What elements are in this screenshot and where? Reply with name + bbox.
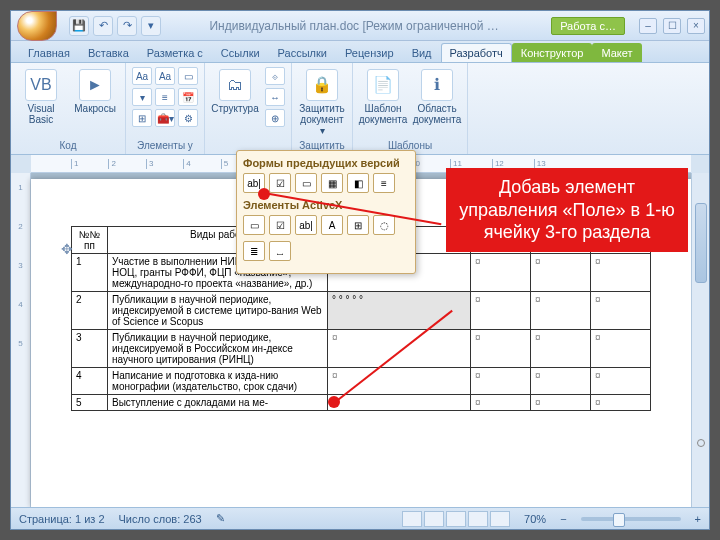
- macros-button[interactable]: ►Макросы: [71, 67, 119, 116]
- legacy-forms-popup: Формы предыдущих версий ab| ☑ ▭ ▦ ◧ ≡ Эл…: [236, 150, 416, 274]
- control-datepicker-icon[interactable]: 📅: [178, 88, 198, 106]
- minimize-button[interactable]: –: [639, 18, 657, 34]
- zoom-level[interactable]: 70%: [524, 513, 546, 525]
- qat-save-button[interactable]: 💾: [69, 16, 89, 36]
- structure-icon: 🗂: [219, 69, 251, 101]
- table-row: 5 Выступление с докладами на ме- ¤¤¤¤: [72, 395, 651, 411]
- activex-checkbox-icon[interactable]: ▭: [243, 215, 265, 235]
- tab-home[interactable]: Главная: [19, 43, 79, 62]
- table-row: 3 Публикации в научной периодике, индекс…: [72, 330, 651, 368]
- group-xml: 🗂Структура ⟐ ↔ ⊕: [205, 63, 292, 154]
- callout-pointer-dot: [328, 396, 340, 408]
- legacy-tools-button[interactable]: 🧰▾: [155, 109, 175, 127]
- schema-icon[interactable]: ⟐: [265, 67, 285, 85]
- status-page[interactable]: Страница: 1 из 2: [19, 513, 105, 525]
- activex-label-icon[interactable]: A: [321, 215, 343, 235]
- col-header-num: №№ пп: [72, 227, 108, 254]
- group-code-label: Код: [59, 139, 76, 152]
- ribbon: VBVisual Basic ►Макросы Код Aa Aa ▭ ▾ ≡ …: [11, 63, 709, 155]
- tab-review[interactable]: Рецензир: [336, 43, 403, 62]
- activex-image-icon[interactable]: ⊞: [347, 215, 369, 235]
- group-controls-label: Элементы у: [137, 139, 193, 152]
- template-icon: 📄: [367, 69, 399, 101]
- title-bar: 💾 ↶ ↷ ▾ Индивидуальный план.doc [Режим о…: [11, 11, 709, 41]
- macros-icon: ►: [79, 69, 111, 101]
- view-draft-button[interactable]: [490, 511, 510, 527]
- status-proofing-icon[interactable]: ✎: [216, 512, 225, 525]
- quick-access-toolbar: 💾 ↶ ↷ ▾: [69, 16, 161, 36]
- maximize-button[interactable]: ☐: [663, 18, 681, 34]
- group-code: VBVisual Basic ►Макросы Код: [11, 63, 126, 154]
- structure-button[interactable]: 🗂Структура: [211, 67, 259, 116]
- context-tab-pill: Работа с…: [551, 17, 625, 35]
- view-buttons: [402, 511, 510, 527]
- control-combobox-icon[interactable]: ▾: [132, 88, 152, 106]
- tab-table-design[interactable]: Конструктор: [512, 43, 593, 62]
- window-title: Индивидуальный план.doc [Режим ограничен…: [167, 19, 541, 33]
- status-word-count[interactable]: Число слов: 263: [119, 513, 202, 525]
- document-template-button[interactable]: 📄Шаблон документа: [359, 67, 407, 127]
- vertical-scrollbar[interactable]: [691, 173, 709, 507]
- control-plaintext-icon[interactable]: Aa: [155, 67, 175, 85]
- vertical-ruler[interactable]: 12345: [11, 173, 31, 507]
- status-bar: Страница: 1 из 2 Число слов: 263 ✎ 70% −…: [11, 507, 709, 529]
- qat-customize-button[interactable]: ▾: [141, 16, 161, 36]
- legacy-shading-icon[interactable]: ◧: [347, 173, 369, 193]
- legacy-frame-icon[interactable]: ▦: [321, 173, 343, 193]
- office-button[interactable]: [17, 11, 57, 41]
- document-panel-button[interactable]: ℹОбласть документа: [413, 67, 461, 127]
- zoom-out-button[interactable]: −: [560, 513, 566, 525]
- tab-references[interactable]: Ссылки: [212, 43, 269, 62]
- panel-icon: ℹ: [421, 69, 453, 101]
- group-protect: 🔒Защитить документ ▾ Защитить: [292, 63, 353, 154]
- zoom-slider[interactable]: [581, 517, 681, 521]
- qat-redo-button[interactable]: ↷: [117, 16, 137, 36]
- visual-basic-icon: VB: [25, 69, 57, 101]
- table-row: 2 Публикации в научной периодике, индекс…: [72, 292, 651, 330]
- expansion-icon[interactable]: ⊕: [265, 109, 285, 127]
- qat-undo-button[interactable]: ↶: [93, 16, 113, 36]
- tab-view[interactable]: Вид: [403, 43, 441, 62]
- activex-command-icon[interactable]: ab|: [295, 215, 317, 235]
- legacy-checkbox-icon[interactable]: ☑: [269, 173, 291, 193]
- legacy-forms-title: Формы предыдущих версий: [243, 157, 409, 169]
- scrollbar-thumb[interactable]: [695, 203, 707, 283]
- view-print-layout-button[interactable]: [402, 511, 422, 527]
- tab-table-layout[interactable]: Макет: [592, 43, 641, 62]
- activex-combo-icon[interactable]: ≣: [243, 241, 265, 261]
- control-richtext-icon[interactable]: Aa: [132, 67, 152, 85]
- activex-textbox-icon[interactable]: ☑: [269, 215, 291, 235]
- instruction-callout: Добавь элемент управления «Поле» в 1-ю я…: [446, 168, 688, 252]
- browse-object-icon[interactable]: [697, 439, 705, 447]
- tab-page-layout[interactable]: Разметка с: [138, 43, 212, 62]
- group-templates: 📄Шаблон документа ℹОбласть документа Шаб…: [353, 63, 468, 154]
- legacy-dropdown-icon[interactable]: ▭: [295, 173, 317, 193]
- control-group-icon[interactable]: ⊞: [132, 109, 152, 127]
- view-outline-button[interactable]: [468, 511, 488, 527]
- controls-grid: Aa Aa ▭ ▾ ≡ 📅 ⊞ 🧰▾ ⚙: [132, 67, 198, 127]
- transform-icon[interactable]: ↔: [265, 88, 285, 106]
- zoom-in-button[interactable]: +: [695, 513, 701, 525]
- callout-pointer-dot: [258, 188, 270, 200]
- tab-mailings[interactable]: Рассылки: [269, 43, 336, 62]
- lock-icon: 🔒: [306, 69, 338, 101]
- view-fullscreen-button[interactable]: [424, 511, 444, 527]
- control-properties-icon[interactable]: ⚙: [178, 109, 198, 127]
- activex-toggle-icon[interactable]: ⎵: [269, 241, 291, 261]
- protect-document-button[interactable]: 🔒Защитить документ ▾: [298, 67, 346, 138]
- control-dropdown-icon[interactable]: ≡: [155, 88, 175, 106]
- visual-basic-button[interactable]: VBVisual Basic: [17, 67, 65, 127]
- close-button[interactable]: ×: [687, 18, 705, 34]
- table-move-handle-icon[interactable]: ✥: [61, 241, 73, 257]
- legacy-reset-icon[interactable]: ≡: [373, 173, 395, 193]
- view-web-button[interactable]: [446, 511, 466, 527]
- ribbon-tabs: Главная Вставка Разметка с Ссылки Рассыл…: [11, 41, 709, 63]
- tab-insert[interactable]: Вставка: [79, 43, 138, 62]
- activex-option-icon[interactable]: ◌: [373, 215, 395, 235]
- control-picture-icon[interactable]: ▭: [178, 67, 198, 85]
- group-controls: Aa Aa ▭ ▾ ≡ 📅 ⊞ 🧰▾ ⚙ Элементы у: [126, 63, 205, 154]
- tab-developer[interactable]: Разработч: [441, 43, 512, 62]
